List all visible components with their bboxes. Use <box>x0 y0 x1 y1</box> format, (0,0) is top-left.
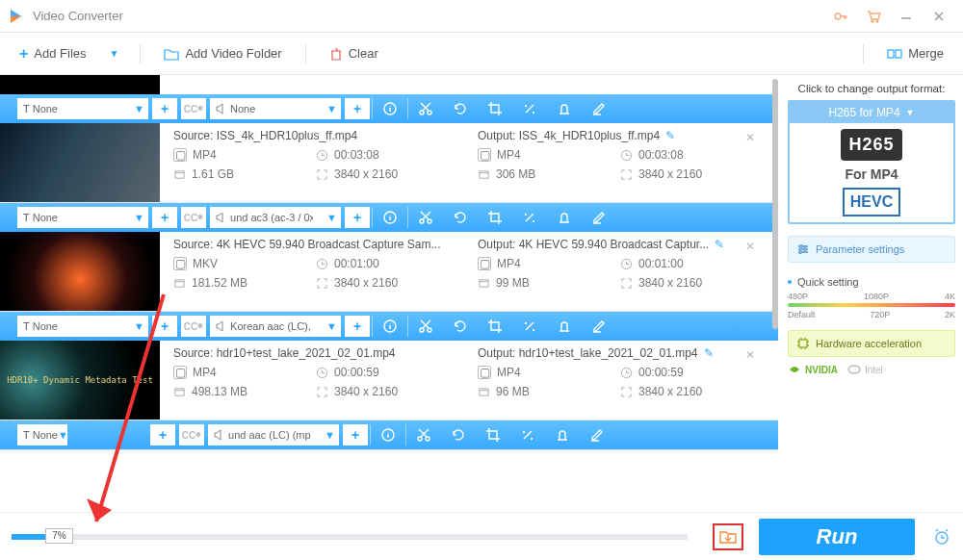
watermark-icon[interactable] <box>547 312 582 341</box>
add-audio-button[interactable]: + <box>345 207 370 228</box>
audio-select[interactable]: None▼ <box>210 98 341 119</box>
source-title: Source: hdr10+test_lake_2021_02_01.mp4 <box>173 346 468 360</box>
thumbnail[interactable] <box>0 123 160 202</box>
effect-icon[interactable] <box>512 94 547 123</box>
chevron-down-icon: ▼ <box>906 108 915 117</box>
merge-label: Merge <box>908 46 944 61</box>
add-subtitle-button[interactable]: + <box>152 207 177 228</box>
audio-select[interactable]: und aac (LC) (mp4a▼ <box>208 424 339 445</box>
subtitle-select[interactable]: T None▼ <box>17 207 148 228</box>
add-folder-label: Add Video Folder <box>185 46 281 61</box>
cut-icon[interactable] <box>406 420 441 449</box>
rotate-icon[interactable] <box>443 94 478 123</box>
merge-button[interactable]: Merge <box>877 33 953 74</box>
crop-icon[interactable] <box>476 420 510 449</box>
rotate-icon[interactable] <box>443 203 478 232</box>
thumbnail[interactable] <box>0 75 160 94</box>
audio-select[interactable]: Korean aac (LC), 480▼ <box>210 316 341 337</box>
h265-badge: H265 <box>841 129 901 161</box>
effect-icon[interactable] <box>512 312 547 341</box>
add-audio-button[interactable]: + <box>345 316 370 337</box>
progress-percent: 7% <box>45 528 72 544</box>
add-subtitle-button[interactable]: + <box>152 316 177 337</box>
list-scrollbar[interactable] <box>772 75 778 502</box>
rename-icon[interactable]: ✎ <box>715 238 724 251</box>
cart-icon[interactable] <box>857 0 890 33</box>
subtitle-select[interactable]: T None▼ <box>17 98 148 119</box>
app-title: Video Converter <box>33 9 824 23</box>
trash-icon <box>329 47 343 61</box>
watermark-icon[interactable] <box>545 420 580 449</box>
subtitle-select[interactable]: T None▼ <box>17 316 148 337</box>
run-button[interactable]: Run <box>759 519 915 555</box>
thumbnail[interactable]: HDR10+ Dynamic Metadata Test <box>0 341 160 420</box>
cut-icon[interactable] <box>408 203 443 232</box>
alarm-icon[interactable] <box>932 527 951 547</box>
cut-icon[interactable] <box>408 94 443 123</box>
audio-select[interactable]: und ac3 (ac-3 / 0x332▼ <box>210 207 341 228</box>
svg-point-1 <box>872 20 873 22</box>
add-audio-button[interactable]: + <box>343 424 368 445</box>
svg-point-6 <box>420 111 424 115</box>
quick-setting-header: Quick setting <box>788 276 955 288</box>
source-title: Source: 4K HEVC 59.940 Broadcast Capture… <box>173 238 468 251</box>
rotate-icon[interactable] <box>443 312 478 341</box>
item-option-bar: T None▼ + CC✱ und aac (LC) (mp4a▼ + <box>0 420 778 449</box>
crop-icon[interactable] <box>478 94 512 123</box>
for-mp4-label: For MP4 <box>845 166 898 182</box>
info-icon[interactable] <box>373 203 407 232</box>
titlebar: Video Converter <box>0 0 963 33</box>
add-audio-button[interactable]: + <box>345 98 370 119</box>
output-panel: Click to change output format: H265 for … <box>778 75 963 502</box>
info-icon[interactable] <box>373 94 407 123</box>
quick-setting-slider[interactable]: 480P1080P4K Default720P2K <box>788 292 955 320</box>
add-video-folder-button[interactable]: Add Video Folder <box>154 33 291 74</box>
window-minimize[interactable] <box>890 0 923 33</box>
key-icon[interactable] <box>824 0 857 33</box>
rename-icon[interactable]: ✎ <box>704 346 714 360</box>
item-option-bar: T None▼ + CC✱ None▼ + <box>0 94 778 123</box>
edit-icon[interactable] <box>582 203 616 232</box>
effect-icon[interactable] <box>510 420 545 449</box>
edit-icon[interactable] <box>582 312 616 341</box>
resolution-chip: 3840 x 2160 <box>316 167 431 181</box>
svg-point-27 <box>848 366 860 373</box>
thumbnail[interactable] <box>0 232 160 311</box>
info-icon[interactable] <box>371 420 405 449</box>
effect-icon[interactable] <box>512 203 547 232</box>
parameter-settings-button[interactable]: Parameter settings <box>788 236 955 263</box>
clear-button[interactable]: Clear <box>320 33 388 74</box>
cc-button[interactable]: CC✱ <box>181 316 206 337</box>
hardware-accel-button[interactable]: Hardware acceleration <box>788 330 955 357</box>
output-title: Output: hdr10+test_lake_2021_02_01.mp4 <box>478 346 698 360</box>
crop-icon[interactable] <box>478 203 512 232</box>
edit-icon[interactable] <box>582 94 616 123</box>
add-files-button[interactable]: +Add Files <box>10 33 96 74</box>
rename-icon[interactable]: ✎ <box>665 129 675 142</box>
svg-point-0 <box>835 13 841 19</box>
remove-item-icon[interactable]: ✕ <box>745 348 755 362</box>
add-subtitle-button[interactable]: + <box>152 98 177 119</box>
info-icon[interactable] <box>373 312 407 341</box>
window-close[interactable] <box>923 0 955 33</box>
add-files-chevron-icon[interactable]: ▼ <box>102 48 127 59</box>
crop-icon[interactable] <box>478 312 512 341</box>
speaker-icon <box>216 103 227 115</box>
cc-button[interactable]: CC✱ <box>179 424 204 445</box>
cc-button[interactable]: CC✱ <box>181 207 206 228</box>
output-format-selector[interactable]: H265 for MP4▼ H265 For MP4 HEVC <box>788 100 955 224</box>
output-folder-button[interactable] <box>713 523 743 550</box>
svg-point-21 <box>418 437 422 441</box>
remove-item-icon[interactable]: ✕ <box>745 240 755 253</box>
quick-setting-label: Quick setting <box>797 276 859 288</box>
subtitle-select[interactable]: T None▼ <box>17 424 67 445</box>
edit-icon[interactable] <box>580 420 614 449</box>
add-subtitle-button[interactable]: + <box>150 424 175 445</box>
watermark-icon[interactable] <box>547 94 582 123</box>
cc-button[interactable]: CC✱ <box>181 98 206 119</box>
item-option-bar: T None▼ + CC✱ und ac3 (ac-3 / 0x332▼ + <box>0 203 778 232</box>
cut-icon[interactable] <box>408 312 443 341</box>
remove-item-icon[interactable]: ✕ <box>745 131 755 144</box>
watermark-icon[interactable] <box>547 203 582 232</box>
rotate-icon[interactable] <box>441 420 476 449</box>
